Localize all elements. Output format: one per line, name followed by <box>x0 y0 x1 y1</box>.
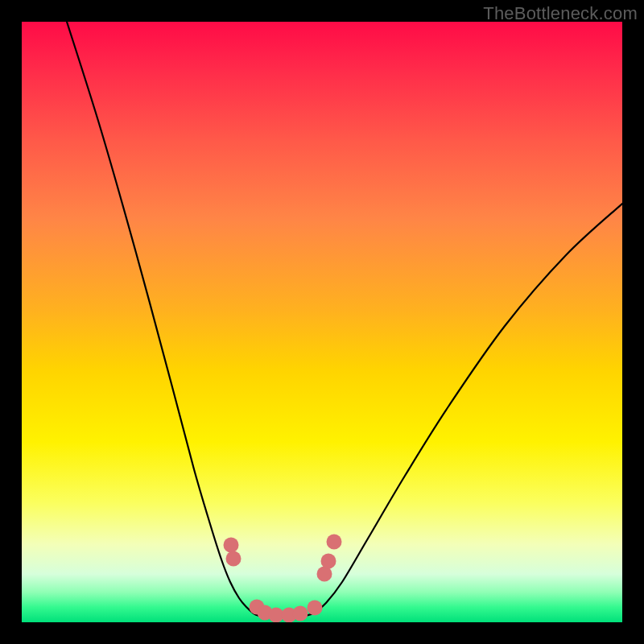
curve-marker <box>224 538 239 553</box>
curve-marker <box>327 535 342 550</box>
curve-line <box>67 22 622 617</box>
watermark-text: TheBottleneck.com <box>483 3 638 24</box>
curve-marker <box>293 606 308 621</box>
curve-marker <box>308 601 323 616</box>
chart-svg <box>22 22 622 622</box>
curve-marker <box>226 551 242 567</box>
plot-area <box>22 22 622 622</box>
outer-frame: TheBottleneck.com <box>0 0 644 644</box>
curve-markers <box>224 535 342 623</box>
bottleneck-curve <box>67 22 622 617</box>
curve-marker <box>321 554 336 569</box>
